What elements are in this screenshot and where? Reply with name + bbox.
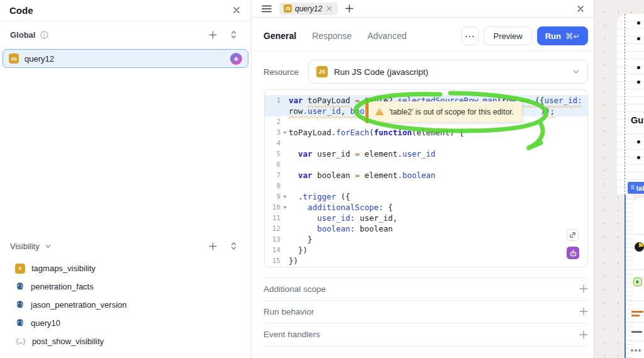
sort-unfold-icon[interactable] — [229, 29, 238, 40]
global-section-label: Global — [10, 30, 35, 40]
table-cell-link-text — [631, 311, 643, 313]
query-nav-tabs: GeneralResponseAdvanced — [264, 31, 406, 41]
code-line: 14 }) — [265, 245, 587, 255]
line-number: 12 — [265, 223, 280, 234]
add-query-button[interactable] — [208, 30, 218, 40]
table-row-divider — [628, 269, 644, 270]
fold-chevron-icon[interactable] — [280, 202, 289, 213]
warning-text: 'table2' is out of scope for this editor… — [389, 108, 514, 116]
item-label: post_show_visibility — [32, 337, 104, 346]
run-shortcut: ⌘↵ — [565, 31, 580, 41]
visibility-section: Visibility Xtagmaps_visibility penetr — [0, 238, 251, 350]
close-tab-icon[interactable] — [325, 4, 333, 13]
add-icon[interactable] — [579, 330, 588, 339]
table-cell-avatar — [635, 242, 644, 252]
run-label: Run — [545, 31, 561, 41]
close-panel-icon[interactable] — [575, 4, 586, 14]
query12-label: query12 — [25, 54, 54, 64]
section-label: Run behavior — [264, 307, 314, 316]
add-visibility-query-button[interactable] — [208, 241, 218, 252]
more-options-button[interactable]: ··· — [461, 26, 479, 45]
resource-label: Resource — [264, 67, 308, 77]
add-icon[interactable] — [579, 307, 588, 316]
line-number: 6 — [265, 159, 280, 170]
code-panel: Code Global JS query12 — [0, 0, 252, 358]
line-number: 3 — [265, 127, 280, 138]
code-panel-title: Code — [9, 5, 33, 16]
warning-anchor-bar — [365, 99, 369, 123]
canvas-heading: Gui — [630, 115, 644, 126]
code-line: 12 boolean: boolean — [265, 223, 587, 234]
transformer-icon: X — [15, 264, 25, 274]
tab-label: query12 — [295, 4, 322, 13]
fold-gutter — [280, 213, 289, 223]
item-label: tagmaps_visibility — [31, 264, 96, 273]
code-line: 6 — [265, 159, 587, 170]
section-label: Additional scope — [264, 284, 326, 294]
js-icon: JS — [284, 4, 292, 13]
sidebar-item-query10[interactable]: query10 — [0, 314, 251, 332]
tab-advanced[interactable]: Advanced — [367, 31, 406, 41]
line-number: 10 — [265, 202, 280, 213]
bullet-dot — [637, 21, 640, 25]
resource-value: Run JS Code (javascript) — [334, 67, 428, 77]
fold-gutter — [280, 255, 289, 266]
resource-select[interactable]: JS Run JS Code (javascript) — [308, 60, 588, 84]
tab-query12[interactable]: JS query12 — [279, 3, 338, 15]
fold-chevron-icon[interactable] — [280, 191, 289, 202]
tab-general[interactable]: General — [264, 31, 296, 41]
fold-chevron-icon[interactable] — [280, 127, 289, 138]
expand-editor-icon[interactable] — [567, 229, 579, 241]
section-event-handlers[interactable]: Event handlers — [264, 323, 588, 347]
line-number: 13 — [265, 234, 280, 245]
item-label: penetration_facts — [31, 282, 94, 291]
line-number: 14 — [265, 245, 280, 255]
info-icon[interactable] — [39, 30, 50, 40]
sidebar-item-post_show_visibility[interactable]: {…}post_show_visibility — [0, 332, 251, 350]
section-additional-scope[interactable]: Additional scope — [264, 277, 588, 301]
line-number: 7 — [265, 170, 280, 181]
selected-component-tag[interactable]: ⠿ tab — [628, 182, 644, 194]
tab-response[interactable]: Response — [312, 31, 352, 41]
add-tab-button[interactable] — [344, 3, 355, 14]
warning-icon — [375, 108, 384, 116]
postgresql-icon — [15, 318, 25, 328]
visibility-items-list: Xtagmaps_visibility penetration_facts ja… — [0, 259, 251, 350]
divider — [252, 50, 594, 51]
sidebar-item-penetration_facts[interactable]: penetration_facts — [0, 277, 251, 296]
fold-gutter — [280, 138, 289, 148]
table-cell-dot — [635, 349, 637, 352]
sort-unfold-icon[interactable] — [229, 240, 238, 252]
close-icon[interactable] — [231, 5, 242, 15]
fold-gutter — [280, 116, 289, 127]
ai-assistant-icon[interactable] — [567, 247, 579, 259]
line-number: 15 — [265, 255, 280, 266]
code-line: 10 additionalScope: { — [265, 202, 587, 213]
hamburger-menu-icon[interactable] — [260, 4, 273, 14]
canvas-component-panel — [617, 14, 644, 195]
section-run-behavior[interactable]: Run behavior — [264, 301, 588, 324]
line-number: 8 — [265, 181, 280, 191]
line-number: 11 — [265, 213, 280, 223]
bullet-dot — [637, 140, 640, 143]
sidebar-item-jason_penetration_version[interactable]: jason_penetration_version — [0, 296, 251, 314]
table-row-divider — [628, 234, 644, 235]
bullet-dot — [637, 37, 640, 40]
fold-gutter — [280, 170, 289, 181]
sidebar-item-query12-selected[interactable]: JS query12 — [3, 49, 248, 68]
sidebar-item-tagmaps_visibility[interactable]: Xtagmaps_visibility — [0, 259, 251, 277]
code-line: 15}) — [265, 255, 587, 266]
code-line: 9 .trigger ({ — [265, 191, 587, 202]
query-editor-panel: JS query12 GeneralResponseAdvanced ··· P… — [252, 0, 594, 358]
code-panel-header: Code — [0, 0, 251, 21]
preview-button[interactable]: Preview — [484, 26, 531, 45]
table-row-gutter — [626, 195, 633, 358]
bullet-dot — [637, 81, 640, 84]
run-button[interactable]: Run ⌘↵ — [537, 26, 588, 45]
table-row-divider — [628, 301, 644, 301]
line-number: 9 — [265, 191, 280, 202]
scope-warning-tooltip: 'table2' is out of scope for this editor… — [369, 101, 522, 122]
add-icon[interactable] — [579, 284, 588, 293]
table-cell-dot — [631, 349, 633, 352]
visibility-section-header[interactable]: Visibility — [0, 238, 251, 254]
